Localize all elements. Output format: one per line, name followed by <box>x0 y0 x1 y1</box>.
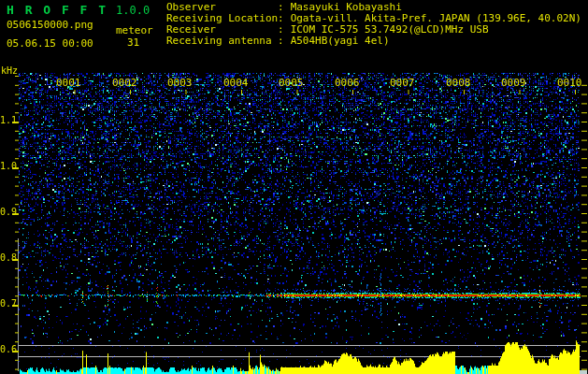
app-version: 1.0.0 <box>116 5 150 16</box>
time-tick-label: 0001 <box>56 78 81 88</box>
meteor-count: 31 <box>127 37 139 48</box>
freq-tick-label: 0.6 <box>0 345 14 354</box>
info-value: A504HB(yagi 4el) <box>291 35 390 47</box>
hrofft-frame: H R O F F T 1.0.0 0506150000.png 05.06.1… <box>0 0 588 374</box>
meteor-label: meteor <box>116 25 153 36</box>
freq-tick-label: 0.8 <box>0 253 14 263</box>
time-tick-label: 0006 <box>335 78 360 88</box>
freq-tick-label: 1.0 <box>0 162 14 171</box>
info-label: Receiving antenna <box>166 36 278 47</box>
time-tick-label: 0005 <box>279 78 304 88</box>
freq-tick-label: 0.9 <box>0 208 14 217</box>
time-tick-label: 0010 <box>557 78 582 88</box>
frame-datetime: 05.06.15 00:00 <box>7 38 93 49</box>
time-tick-label: 0003 <box>167 78 193 88</box>
app-title: H R O F F T <box>7 4 108 16</box>
station-info: Observer:Masayuki Kobayashi Receiving Lo… <box>166 2 581 47</box>
freq-tick-label: 1.1 <box>0 116 14 125</box>
freq-tick-label: 0.7 <box>0 299 14 309</box>
filename: 0506150000.png <box>7 20 93 30</box>
info-separator: : <box>278 35 284 47</box>
time-tick-label: 0004 <box>223 78 249 88</box>
time-tick-label: 0002 <box>112 78 137 88</box>
time-tick-label: 0009 <box>501 78 526 88</box>
time-tick-label: 0008 <box>446 78 471 88</box>
info-row-antenna: Receiving antenna:A504HB(yagi 4el) <box>166 36 581 47</box>
freq-axis-unit: kHz <box>1 66 18 76</box>
time-tick-label: 0007 <box>390 78 415 88</box>
spectrogram-canvas <box>0 0 588 374</box>
